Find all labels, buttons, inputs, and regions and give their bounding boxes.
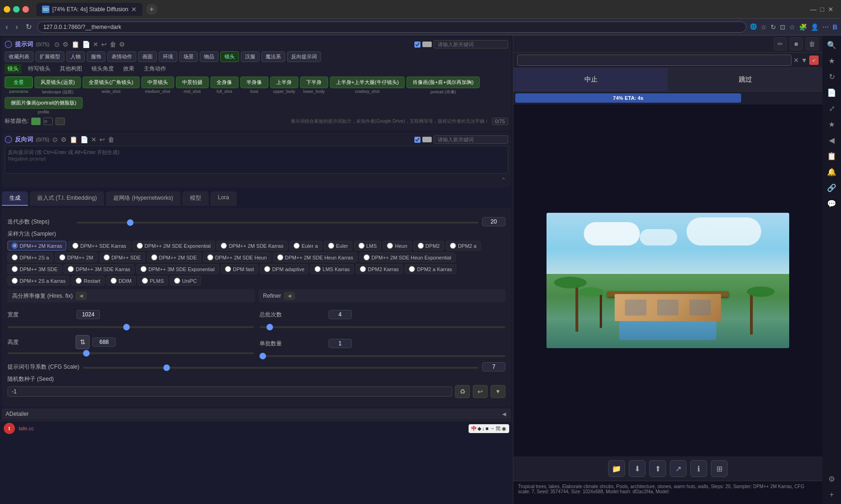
label-effect[interactable]: 效果 (120, 64, 137, 74)
sampler-dpm2[interactable]: DPM2 (413, 241, 444, 251)
menu-icon[interactable]: ⋯ (822, 23, 829, 31)
sidebar-search-icon[interactable]: 🔍 (824, 37, 839, 52)
refresh-button[interactable]: ↻ (24, 21, 34, 33)
sampler-euler[interactable]: Euler (324, 241, 352, 251)
sidebar-expand-icon[interactable]: ⤢ (824, 101, 839, 116)
sampler-dpm2msdek[interactable]: DPM++ 2M SDE Karras (217, 241, 287, 251)
prompt-reload-icon[interactable]: ⊙ (54, 41, 60, 48)
lens-btn-landscape[interactable]: 风景镜头(远景) landscape (远观) (35, 77, 81, 95)
back-button[interactable]: ‹ (4, 21, 10, 33)
sidebar-bell-icon[interactable]: 🔔 (824, 164, 839, 179)
color-green[interactable] (31, 118, 41, 125)
sampler-unipc[interactable]: UniPC (170, 276, 201, 286)
tab-close-icon[interactable]: ✕ (131, 6, 137, 13)
ime-icon5[interactable]: 简 (496, 425, 501, 432)
sampler-ddim[interactable]: DDIM (106, 276, 136, 286)
sampler-dpm3msdek[interactable]: DPM++ 3M SDE Karras (63, 264, 134, 274)
nav-close-icon[interactable]: ✕ (828, 6, 834, 13)
sidebar-star-icon[interactable]: ★ (824, 53, 839, 68)
neg-expand-btn[interactable]: ○ (5, 136, 12, 143)
cfg-slider[interactable] (83, 367, 478, 369)
lens-btn-wide[interactable]: 全景镜头(广角镜头) wide_shot (83, 77, 139, 95)
neg-checkbox[interactable] (414, 137, 420, 143)
nav-restore-icon[interactable]: □ (820, 6, 824, 13)
prompt-toggle[interactable] (422, 42, 432, 47)
star-icon[interactable]: ☆ (789, 23, 795, 31)
sampler-dpmadaptive[interactable]: DPM adaptive (260, 264, 308, 274)
lens-btn-lower[interactable]: 下半身 lower_body (300, 77, 328, 95)
tab-hypernetwork[interactable]: 超网络 (Hypernetworks) (106, 191, 180, 206)
sidebar-settings-icon[interactable]: ⚙ (824, 471, 839, 486)
tag-lens[interactable]: 镜头 (220, 51, 239, 62)
tag-hanfu[interactable]: 汉服 (241, 51, 259, 62)
tag-people[interactable]: 人物 (66, 51, 85, 62)
lens-btn-profile[interactable]: 侧面片像画(portrait的侧脸版) profile (5, 97, 83, 114)
sampler-dpm2msde2[interactable]: DPM++ 2M SDE (147, 252, 201, 262)
neg-copy-icon[interactable]: 📋 (70, 136, 77, 143)
color-empty[interactable]: ○ (43, 118, 53, 125)
sampler-dpm2msdeheunk[interactable]: DPM++ 2M SDE Heun Karras (273, 252, 357, 262)
neg-keyword-input[interactable] (434, 135, 508, 144)
lens-btn-medium[interactable]: 中景镜头 medium_shot (141, 77, 174, 95)
action-copy-btn[interactable]: ⬇ (629, 460, 645, 477)
new-tab-btn[interactable]: + (146, 4, 157, 15)
sidebar-link-icon[interactable]: 🔗 (824, 180, 839, 195)
tag-magic[interactable]: 魔法系 (261, 51, 285, 62)
tab-model[interactable]: 模型 (182, 191, 209, 206)
prompt-settings-icon[interactable]: ⚙ (63, 41, 69, 48)
prompt-expand-btn[interactable]: ○ (5, 41, 12, 48)
sampler-dpm3msdeexp[interactable]: DPM++ 3M SDE Exponential (136, 264, 219, 274)
tab-lora[interactable]: Lora (210, 191, 237, 206)
adetailer-collapse-btn[interactable]: ◄ (501, 410, 507, 418)
neg-reload-icon[interactable]: ⊙ (52, 136, 58, 143)
lens-btn-bust[interactable]: 半身像 bust (240, 77, 268, 95)
sampler-lms[interactable]: LMS (354, 241, 381, 251)
refiner-collapse-btn[interactable]: ◄ (284, 292, 295, 300)
label-angle[interactable]: 镜头角度 (89, 64, 117, 74)
sidebar-fav-icon[interactable]: ★ (824, 117, 839, 132)
edit-btn[interactable]: ✏ (774, 37, 787, 50)
action-folder-btn[interactable]: 📁 (608, 460, 625, 477)
interrupt-btn[interactable]: 中止 (513, 68, 668, 91)
sampler-restart[interactable]: Restart (71, 276, 104, 286)
sampler-lmsk[interactable]: LMS Karras (310, 264, 354, 274)
color-dark[interactable] (56, 118, 65, 125)
sampler-dpmfast[interactable]: DPM fast (221, 264, 258, 274)
sampler-dpmsde2[interactable]: DPM++ SDE (99, 252, 145, 262)
tag-favorites[interactable]: 收藏列表 (5, 51, 34, 62)
label-lens[interactable]: 镜头 (5, 64, 21, 74)
tag-items[interactable]: 物品 (200, 51, 218, 62)
sampler-dpm3msde[interactable]: DPM++ 3M SDE (7, 264, 62, 274)
sampler-dpmsde[interactable]: DPM++ SDE Karras (68, 241, 130, 251)
tag-expression[interactable]: 表情动作 (107, 51, 136, 62)
ime-icon4[interactable]: → (490, 426, 495, 431)
close-btn[interactable] (22, 6, 29, 13)
ime-icon1[interactable]: ◆ (477, 426, 481, 432)
neg-toggle[interactable] (422, 137, 432, 142)
action-info-btn[interactable]: ℹ (690, 460, 707, 477)
sidebar-chat-icon[interactable]: 💬 (824, 196, 839, 211)
tag-negative[interactable]: 反向提示词 (287, 51, 321, 62)
tab-embedding[interactable]: 嵌入式 (T.I. Embedding) (30, 191, 104, 206)
edge-icon[interactable]: B (833, 23, 837, 31)
prompt-keyword-input[interactable] (434, 40, 508, 49)
tab-generate[interactable]: 生成 (2, 191, 28, 206)
prompt-paste-icon[interactable]: 📄 (82, 41, 90, 48)
prompt-extra-icon[interactable]: ⚙ (119, 41, 125, 48)
sidebar-back-icon[interactable]: ◀ (824, 133, 839, 147)
delete-btn[interactable]: 🗑 (806, 37, 819, 50)
neg-trash-icon[interactable]: 🗑 (108, 136, 114, 143)
sampler-heun[interactable]: Heun (383, 241, 411, 251)
sampler-dpm2msdeheun[interactable]: DPM++ 2M SDE Heun (203, 252, 271, 262)
action-share-btn[interactable]: ↗ (670, 460, 687, 477)
right-input-close[interactable]: ✕ (793, 56, 799, 64)
screen-icon[interactable]: ⊡ (780, 23, 785, 31)
nav-back-icon[interactable]: — (810, 6, 817, 13)
height-slider[interactable] (7, 352, 254, 354)
seed-extra-btn[interactable]: ▼ (491, 385, 505, 398)
profile-icon[interactable]: 👤 (811, 23, 819, 31)
prompt-clear-icon[interactable]: ✕ (93, 41, 98, 48)
lens-btn-upper[interactable]: 上半身 upper_body (270, 77, 298, 95)
lens-btn-portrait[interactable]: 肖像画(脸+肩+偶尔再加胸) portrait (肖像) (406, 77, 479, 95)
right-text-input[interactable] (517, 55, 792, 66)
